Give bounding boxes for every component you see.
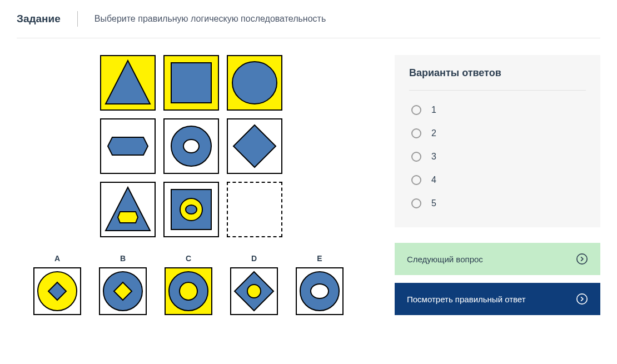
svg-point-17 [180, 282, 197, 300]
option-shape [165, 267, 212, 315]
grid-cell-9 [227, 182, 282, 237]
grid-cell-5 [163, 118, 219, 174]
radio-icon [411, 175, 421, 185]
grid-cell-1 [100, 55, 156, 111]
svg-marker-7 [106, 187, 150, 231]
grid-cell-4 [100, 118, 156, 174]
option-d[interactable]: D [230, 254, 278, 315]
svg-point-21 [311, 284, 329, 298]
answer-label: 4 [431, 175, 436, 185]
header: Задание Выберите правильную логическую п… [17, 11, 600, 38]
answer-option-5[interactable]: 5 [409, 192, 586, 215]
radio-icon [411, 128, 421, 138]
svg-marker-8 [118, 212, 138, 223]
option-b[interactable]: B [99, 254, 147, 315]
svg-point-2 [232, 62, 277, 104]
svg-point-11 [186, 205, 197, 214]
option-shape [99, 267, 147, 315]
grid-cell-7 [100, 182, 156, 237]
svg-point-5 [183, 139, 199, 153]
svg-point-23 [577, 294, 587, 304]
answer-option-4[interactable]: 4 [409, 168, 586, 192]
header-divider [77, 11, 78, 27]
instruction-text: Выберите правильную логическую последова… [94, 14, 326, 24]
svg-point-22 [577, 254, 587, 264]
answer-option-2[interactable]: 2 [409, 122, 586, 145]
option-label: E [317, 254, 322, 263]
answer-label: 1 [431, 105, 436, 115]
sidebar: Варианты ответов 12345 Следующий вопрос … [395, 55, 600, 323]
grid-cell-2 [163, 55, 219, 111]
next-button-label: Следующий вопрос [407, 255, 483, 264]
option-a[interactable]: A [33, 254, 81, 315]
arrow-right-icon [576, 253, 588, 265]
radio-icon [411, 152, 421, 162]
answers-list: 12345 [409, 98, 586, 215]
radio-icon [411, 198, 421, 208]
option-label: A [54, 254, 60, 263]
answer-option-3[interactable]: 3 [409, 145, 586, 168]
arrow-right-icon [576, 293, 588, 305]
svg-marker-3 [108, 137, 148, 155]
page-title: Задание [17, 13, 61, 25]
answer-label: 3 [431, 152, 436, 162]
grid-cell-6 [227, 118, 282, 174]
answer-label: 5 [431, 198, 436, 208]
answer-label: 2 [431, 128, 436, 138]
option-shape [33, 267, 81, 315]
option-label: D [251, 254, 257, 263]
puzzle-grid [100, 55, 361, 237]
svg-marker-6 [233, 125, 276, 167]
option-shape [296, 267, 344, 315]
option-shape [230, 267, 278, 315]
next-question-button[interactable]: Следующий вопрос [395, 243, 600, 275]
answers-title: Варианты ответов [409, 67, 586, 91]
option-e[interactable]: E [296, 254, 344, 315]
option-label: C [186, 254, 191, 263]
options-row: ABCDE [33, 254, 361, 315]
answers-panel: Варианты ответов 12345 [395, 55, 600, 227]
option-c[interactable]: C [165, 254, 212, 315]
show-answer-button[interactable]: Посмотреть правильный ответ [395, 283, 600, 315]
radio-icon [411, 105, 421, 115]
answer-option-1[interactable]: 1 [409, 98, 586, 122]
grid-cell-3 [227, 55, 282, 111]
svg-point-19 [247, 285, 261, 298]
show-answer-label: Посмотреть правильный ответ [407, 295, 526, 304]
svg-rect-1 [171, 63, 211, 103]
svg-marker-0 [106, 61, 150, 104]
grid-cell-8 [163, 182, 219, 237]
puzzle-area: ABCDE [17, 55, 361, 323]
option-label: B [120, 254, 126, 263]
